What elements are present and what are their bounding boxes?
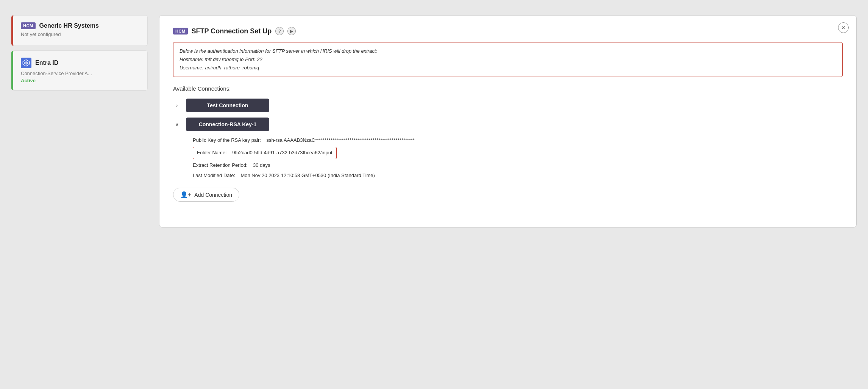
retention-value: 30 days xyxy=(253,162,270,168)
sidebar: HCM Generic HR Systems Not yet configure… xyxy=(11,15,148,374)
card-header-generic-hr: HCM Generic HR Systems xyxy=(21,22,140,29)
play-button[interactable]: ▶ xyxy=(287,27,296,35)
connection-row-rsa: ∨ Connection-RSA Key-1 xyxy=(173,118,843,131)
retention-label: Extract Retention Period: xyxy=(193,162,248,168)
folder-name-label: Folder Name: xyxy=(197,150,227,155)
rsa-key-details: Public Key of the RSA key pair: ssh-rsa … xyxy=(193,136,843,179)
sidebar-card-generic-hr[interactable]: HCM Generic HR Systems Not yet configure… xyxy=(11,15,148,46)
hcm-badge-generic-hr: HCM xyxy=(21,22,36,29)
available-connections-label: Available Connections: xyxy=(173,85,843,92)
last-modified-value: Mon Nov 20 2023 12:10:58 GMT+0530 (India… xyxy=(240,173,375,178)
public-key-line: Public Key of the RSA key pair: ssh-rsa … xyxy=(193,136,843,144)
close-icon: ✕ xyxy=(841,25,846,31)
rsa-key-chevron[interactable]: ∨ xyxy=(173,121,181,127)
last-modified-line: Last Modified Date: Mon Nov 20 2023 12:1… xyxy=(193,172,843,180)
help-icon: ? xyxy=(278,29,281,33)
info-line-2: Hostname: mft.dev.robomq.io Port: 22 xyxy=(180,55,836,64)
close-button[interactable]: ✕ xyxy=(838,22,849,33)
card-status-entra-id: Active xyxy=(21,78,140,83)
folder-name-value: 9fb2cad0-5ffd-4d91-a732-b3d73fbcea62/inp… xyxy=(232,150,332,155)
folder-name-line: Folder Name: 9fb2cad0-5ffd-4d91-a732-b3d… xyxy=(193,147,337,159)
main-layout: HCM Generic HR Systems Not yet configure… xyxy=(0,0,868,389)
test-connection-chevron[interactable]: › xyxy=(173,102,181,108)
card-title-generic-hr: Generic HR Systems xyxy=(39,22,99,29)
test-connection-button[interactable]: Test Connection xyxy=(186,99,269,112)
entra-id-icon xyxy=(21,58,31,68)
info-line-1: Below is the authentication information … xyxy=(180,47,836,55)
card-subtitle-entra-id: Connection-Service Provider A... xyxy=(21,71,140,76)
card-title-entra-id: Entra ID xyxy=(35,60,58,66)
add-connection-button[interactable]: 👤+ Add Connection xyxy=(173,188,239,202)
add-connection-label: Add Connection xyxy=(194,192,232,198)
info-line-3: Username: anirudh_rathore_robomq xyxy=(180,64,836,72)
card-header-entra-id: Entra ID xyxy=(21,58,140,68)
main-panel: ✕ HCM SFTP Connection Set Up ? ▶ Below i… xyxy=(159,15,857,227)
last-modified-label: Last Modified Date: xyxy=(193,173,235,178)
card-subtitle-generic-hr: Not yet configured xyxy=(21,31,140,37)
panel-hcm-badge: HCM xyxy=(173,28,188,35)
help-button[interactable]: ? xyxy=(275,27,284,35)
sidebar-card-entra-id[interactable]: Entra ID Connection-Service Provider A..… xyxy=(11,50,148,91)
panel-title-row: HCM SFTP Connection Set Up ? ▶ xyxy=(173,27,843,35)
public-key-label: Public Key of the RSA key pair: xyxy=(193,137,261,143)
rsa-key-button[interactable]: Connection-RSA Key-1 xyxy=(186,118,269,131)
play-icon: ▶ xyxy=(290,29,293,34)
panel-title: SFTP Connection Set Up xyxy=(192,27,272,35)
add-person-icon: 👤+ xyxy=(180,191,191,198)
retention-line: Extract Retention Period: 30 days xyxy=(193,162,843,169)
info-box: Below is the authentication information … xyxy=(173,42,843,77)
public-key-value: ssh-rsa AAAAB3NzaC**********************… xyxy=(266,137,415,143)
connection-row-test: › Test Connection xyxy=(173,99,843,112)
